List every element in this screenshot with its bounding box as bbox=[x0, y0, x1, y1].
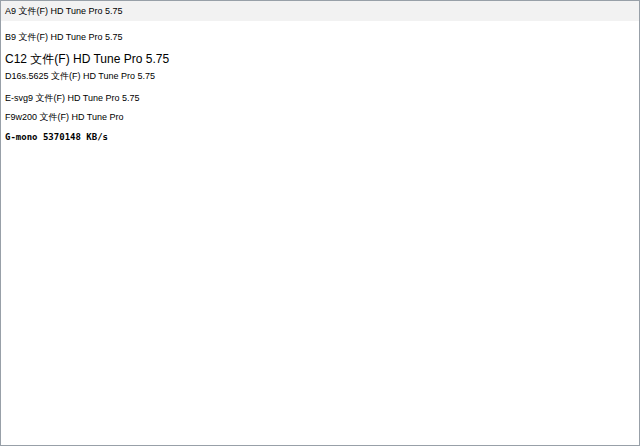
svg-text:E-svg9 文件(F) HD Tune Pro 5.75: E-svg9 文件(F) HD Tune Pro 5.75 bbox=[5, 93, 140, 103]
x6: F9w200 文件(F) HD Tune Pro bbox=[5, 111, 205, 124]
w: A9 文件(F) HD Tune Pro 5.75 B9 文件(F) HD Tu… bbox=[0, 0, 640, 446]
b: A9 文件(F) HD Tune Pro 5.75 bbox=[1, 1, 639, 21]
x3: C12 文件(F) HD Tune Pro 5.75 bbox=[5, 51, 169, 68]
x2: B9 文件(F) HD Tune Pro 5.75 bbox=[5, 31, 123, 44]
x7: G-mono 5370148 KB/s bbox=[5, 131, 108, 142]
x4: D16s.5625 文件(F) HD Tune Pro 5.75 bbox=[5, 71, 155, 83]
x5: E-svg9 文件(F) HD Tune Pro 5.75 bbox=[5, 91, 305, 105]
x1: A9 文件(F) HD Tune Pro 5.75 bbox=[5, 5, 123, 18]
